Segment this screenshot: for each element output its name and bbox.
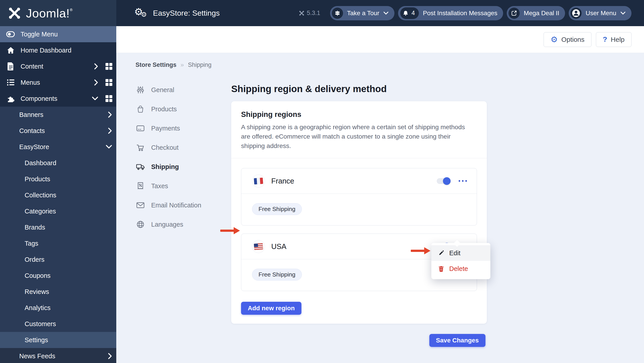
settings-tab-payments[interactable]: Payments <box>136 119 231 138</box>
sidebar-item-easystore-tags[interactable]: Tags <box>0 235 116 252</box>
sidebar-item-label: Home Dashboard <box>20 47 113 54</box>
region-methods: Free Shipping <box>241 194 477 225</box>
app-window: Joomla!® ⚙⚙ EasyStore: Settings <box>0 0 644 363</box>
home-icon <box>6 46 16 54</box>
sidebar-item-contacts[interactable]: Contacts <box>0 123 116 139</box>
context-menu-edit[interactable]: Edit <box>431 245 490 261</box>
version-text: 5.3.1 <box>307 9 320 16</box>
sidebar-item-content[interactable]: Content <box>0 58 116 74</box>
sidebar-item-label: Components <box>20 95 87 102</box>
chevron-right-icon <box>107 111 112 118</box>
shopping-bag-icon <box>136 105 145 113</box>
sidebar-item-home-dashboard[interactable]: Home Dashboard <box>0 42 116 58</box>
shipping-regions-card: Shipping regions A shipping zone is a ge… <box>231 101 487 324</box>
shipping-method-badge: Free Shipping <box>252 269 302 281</box>
page-title-group: ⚙⚙ EasyStore: Settings <box>134 7 220 19</box>
breadcrumb-root[interactable]: Store Settings <box>136 61 176 68</box>
settings-tab-products[interactable]: Products <box>136 99 231 119</box>
breadcrumb: Store Settings » Shipping <box>136 61 644 69</box>
settings-tab-general[interactable]: General <box>136 80 231 99</box>
question-mark-icon: ? <box>603 35 607 43</box>
settings-tab-taxes[interactable]: Taxes <box>136 176 231 196</box>
envelope-icon <box>136 202 145 209</box>
chevron-down-icon[interactable] <box>92 96 98 101</box>
save-changes-button[interactable]: Save Changes <box>429 334 486 347</box>
sidebar-item-easystore-dashboard[interactable]: Dashboard <box>0 155 116 171</box>
shipping-settings-panel: Shipping region & delivery method Shippi… <box>231 80 487 347</box>
grid-icon[interactable] <box>105 78 113 87</box>
card-title: Shipping regions <box>241 110 477 119</box>
store-settings-nav: General Products <box>136 80 231 347</box>
admin-toolbar: ⚙ Options ? Help <box>116 26 644 53</box>
joomla-version: 5.3.1 <box>299 9 320 16</box>
shipping-method-badge: Free Shipping <box>252 203 302 215</box>
sidebar-item-news-feeds[interactable]: News Feeds <box>0 348 116 363</box>
user-menu-label: User Menu <box>586 9 616 17</box>
settings-tab-email-notification[interactable]: Email Notification <box>136 196 231 215</box>
sidebar-item-easystore-reviews[interactable]: Reviews <box>0 284 116 300</box>
pencil-icon <box>438 250 444 256</box>
edit-label: Edit <box>449 249 460 257</box>
settings-tab-checkout[interactable]: Checkout <box>136 138 231 157</box>
sidebar-item-easystore-products[interactable]: Products <box>0 171 116 187</box>
sidebar-item-easystore-coupons[interactable]: Coupons <box>0 268 116 284</box>
bell-icon <box>402 10 409 16</box>
page-title: EasyStore: Settings <box>153 9 220 17</box>
chevron-right-icon[interactable] <box>94 79 98 86</box>
chevron-down-icon <box>620 11 626 15</box>
cart-icon <box>136 143 145 152</box>
user-menu-button[interactable]: User Menu <box>569 6 632 20</box>
card-header: Shipping regions A shipping zone is a ge… <box>231 101 487 158</box>
settings-tab-shipping[interactable]: Shipping <box>136 157 231 176</box>
post-installation-messages-label: Post Installation Messages <box>423 9 497 17</box>
usa-flag-icon <box>252 240 265 253</box>
take-a-tour-label: Take a Tour <box>347 9 379 17</box>
grid-icon[interactable] <box>105 62 113 71</box>
france-flag-icon <box>252 175 265 188</box>
sidebar-item-easystore-orders[interactable]: Orders <box>0 252 116 268</box>
mega-deal-button[interactable]: Mega Deal II <box>507 6 565 20</box>
sidebar-item-easystore-settings[interactable]: Settings <box>0 332 116 348</box>
chevron-right-icon[interactable] <box>94 63 98 70</box>
joomla-logo-block[interactable]: Joomla!® <box>0 0 116 26</box>
list-icon <box>6 79 16 86</box>
sidebar-item-components[interactable]: Components <box>0 90 116 107</box>
sidebar-item-label: Menus <box>20 79 88 86</box>
take-a-tour-button[interactable]: Take a Tour <box>330 6 394 20</box>
delete-label: Delete <box>449 265 468 273</box>
settings-tab-languages[interactable]: Languages <box>136 215 231 234</box>
toggle-menu-button[interactable]: Toggle Menu <box>0 26 116 42</box>
receipt-icon <box>136 182 145 190</box>
sidebar-item-easystore-analytics[interactable]: Analytics <box>0 300 116 316</box>
settings-tab-label: Products <box>151 105 177 113</box>
sidebar-item-banners[interactable]: Banners <box>0 107 116 123</box>
sidebar-item-easystore-categories[interactable]: Categories <box>0 203 116 219</box>
region-enabled-toggle[interactable] <box>437 178 450 184</box>
settings-tab-label: Taxes <box>151 182 168 190</box>
help-button[interactable]: ? Help <box>596 32 632 47</box>
chevron-right-icon <box>107 127 112 134</box>
add-new-region-button[interactable]: Add new region <box>241 302 302 315</box>
settings-tab-label: Shipping <box>151 163 179 171</box>
sidebar-item-menus[interactable]: Menus <box>0 74 116 90</box>
sidebar-item-easystore-customers[interactable]: Customers <box>0 316 116 332</box>
joomla-logo-icon <box>8 6 22 20</box>
gear-icon: ⚙ <box>550 35 558 43</box>
title-bar: ⚙⚙ EasyStore: Settings <box>116 0 644 26</box>
options-button[interactable]: ⚙ Options <box>544 32 592 47</box>
sidebar-item-easystore-brands[interactable]: Brands <box>0 219 116 235</box>
globe-icon <box>136 220 145 229</box>
sidebar-item-easystore[interactable]: EasyStore <box>0 139 116 155</box>
grid-icon[interactable] <box>105 94 113 103</box>
context-menu-delete[interactable]: Delete <box>431 261 490 277</box>
settings-content: Store Settings » Shipping Gene <box>116 53 644 347</box>
external-link-icon <box>508 7 520 19</box>
sidebar-item-easystore-collections[interactable]: Collections <box>0 187 116 203</box>
region-actions-menu-button[interactable] <box>458 178 468 184</box>
options-label: Options <box>561 36 584 43</box>
puzzle-icon <box>6 94 16 103</box>
breadcrumb-current: Shipping <box>188 61 212 68</box>
post-installation-messages-button[interactable]: 4 Post Installation Messages <box>398 6 503 20</box>
toggle-icon <box>6 29 15 39</box>
main-area: ⚙ Options ? Help Store Settings » Shippi… <box>116 26 644 363</box>
